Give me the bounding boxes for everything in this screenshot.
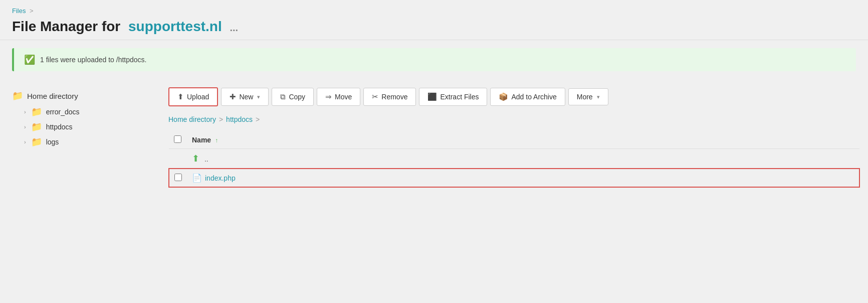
error-docs-label: error_docs: [46, 108, 80, 116]
sort-icon: ↑: [215, 137, 218, 144]
chevron-icon-2: ›: [24, 124, 26, 130]
chevron-icon: ›: [24, 109, 26, 115]
up-arrow-icon: ⬆: [192, 154, 199, 164]
file-breadcrumb-sep1: >: [219, 115, 223, 123]
logs-label: logs: [46, 138, 59, 146]
breadcrumb-files-link[interactable]: Files: [12, 7, 26, 15]
file-checkbox[interactable]: [174, 174, 182, 181]
notification-bar: ✅ 1 files were uploaded to /httpdocs.: [12, 48, 856, 71]
archive-icon: 📦: [499, 92, 508, 101]
file-breadcrumb-sep2: >: [256, 115, 260, 123]
extract-files-button[interactable]: ⬛ Extract Files: [419, 88, 487, 106]
domain-name: supporttest.nl: [128, 19, 222, 34]
remove-label: Remove: [381, 93, 407, 101]
add-to-archive-label: Add to Archive: [511, 93, 556, 101]
move-icon: ⇒: [325, 92, 332, 101]
file-panel: ⬆ Upload ✚ New ▾ ⧉ Copy ⇒ Move ✂ Remove …: [160, 87, 868, 188]
sidebar-children: › 📁 error_docs › 📁 httpdocs › 📁 logs: [10, 104, 150, 149]
move-button[interactable]: ⇒ Move: [317, 88, 360, 106]
httpdocs-folder-icon: 📁: [31, 121, 42, 132]
copy-button[interactable]: ⧉ Copy: [272, 88, 314, 106]
page-title: File Manager for supporttest.nl ...: [12, 19, 856, 35]
file-table: Name ↑ ⬆ ..: [168, 131, 860, 188]
parent-dir-cell: ⬆ ..: [187, 149, 859, 169]
new-icon: ✚: [230, 92, 236, 101]
more-dropdown-icon: ▾: [597, 94, 600, 100]
file-breadcrumb: Home directory > httpdocs >: [168, 113, 860, 125]
file-name-cell: 📄 index.php: [187, 169, 859, 187]
copy-icon: ⧉: [280, 92, 286, 101]
extract-files-label: Extract Files: [440, 93, 479, 101]
sidebar-item-logs[interactable]: › 📁 logs: [22, 134, 150, 149]
notification-text: 1 files were uploaded to /httpdocs.: [40, 56, 146, 64]
home-directory-label: Home directory: [27, 92, 78, 100]
httpdocs-label: httpdocs: [46, 123, 73, 131]
file-checkbox-cell: [169, 169, 187, 187]
upload-label: Upload: [187, 93, 209, 101]
move-label: Move: [335, 93, 352, 101]
breadcrumb: Files >: [12, 7, 856, 15]
new-button[interactable]: ✚ New ▾: [221, 88, 269, 106]
page-title-static: File Manager for: [12, 19, 120, 34]
php-file-icon: 📄: [192, 173, 202, 183]
more-label: More: [577, 93, 593, 101]
logs-folder-icon: 📁: [31, 136, 42, 147]
new-dropdown-icon: ▾: [257, 94, 260, 100]
top-header: Files > File Manager for supporttest.nl …: [0, 0, 868, 40]
chevron-icon-3: ›: [24, 139, 26, 145]
file-link[interactable]: 📄 index.php: [192, 173, 854, 183]
sidebar: 📁 Home directory › 📁 error_docs › 📁 http…: [0, 87, 160, 188]
col-name-label: Name: [192, 136, 211, 144]
more-button[interactable]: More ▾: [568, 88, 608, 105]
toolbar: ⬆ Upload ✚ New ▾ ⧉ Copy ⇒ Move ✂ Remove …: [168, 87, 860, 106]
copy-label: Copy: [289, 93, 305, 101]
add-to-archive-button[interactable]: 📦 Add to Archive: [490, 88, 565, 106]
file-breadcrumb-home[interactable]: Home directory: [168, 115, 216, 123]
sidebar-item-home[interactable]: 📁 Home directory: [10, 87, 150, 104]
col-name-header: Name ↑: [187, 131, 859, 149]
parent-checkbox-cell: [169, 149, 187, 169]
new-label: New: [239, 93, 253, 101]
col-checkbox-header: [169, 131, 187, 149]
breadcrumb-sep: >: [30, 7, 34, 15]
file-breadcrumb-httpdocs[interactable]: httpdocs: [226, 115, 253, 123]
main-content: 📁 Home directory › 📁 error_docs › 📁 http…: [0, 79, 868, 196]
error-docs-folder-icon: 📁: [31, 106, 42, 117]
sidebar-item-httpdocs[interactable]: › 📁 httpdocs: [22, 119, 150, 134]
extract-icon: ⬛: [427, 92, 437, 101]
home-folder-icon: 📁: [12, 90, 23, 101]
parent-dir-label: ..: [204, 155, 208, 163]
remove-icon: ✂: [372, 92, 378, 101]
upload-icon: ⬆: [177, 92, 184, 101]
success-icon: ✅: [24, 54, 35, 65]
table-row-parent: ⬆ ..: [169, 149, 859, 169]
select-all-checkbox[interactable]: [174, 135, 181, 143]
sidebar-item-error-docs[interactable]: › 📁 error_docs: [22, 104, 150, 119]
ellipsis-menu[interactable]: ...: [230, 22, 239, 33]
table-row: 📄 index.php: [169, 169, 859, 187]
upload-button[interactable]: ⬆ Upload: [168, 87, 218, 106]
file-name: index.php: [205, 174, 236, 182]
remove-button[interactable]: ✂ Remove: [363, 88, 416, 106]
